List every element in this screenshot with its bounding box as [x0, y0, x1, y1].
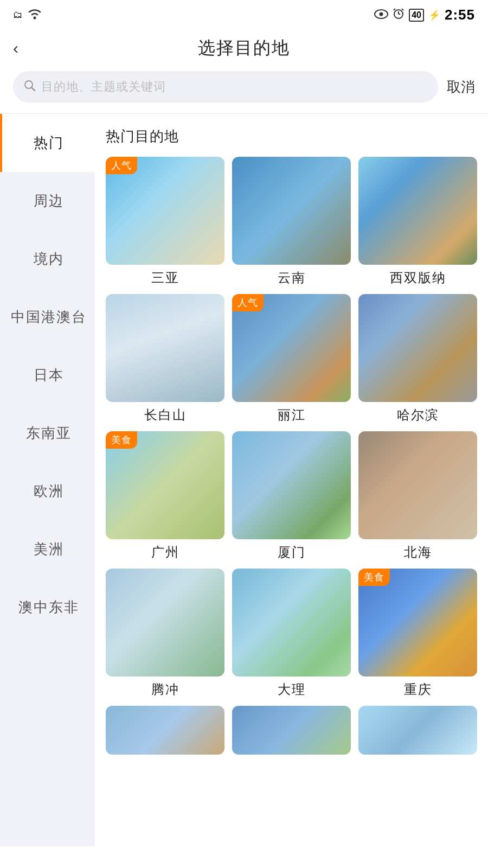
sidebar-label-africa: 澳中东非 [18, 598, 79, 617]
dest-xishuangbanna-img [358, 157, 477, 265]
status-right-icons: 40 ⚡ 2:55 [374, 7, 475, 23]
dest-guangzhou-label: 广州 [151, 544, 179, 561]
search-icon [24, 80, 36, 94]
sidebar-item-america[interactable]: 美洲 [0, 520, 95, 578]
time-display: 2:55 [445, 7, 475, 23]
dest-beihai-img [358, 431, 477, 539]
dest-xishuangbanna-label: 西双版纳 [390, 269, 446, 286]
dest-yunnan-img [232, 157, 351, 265]
dest-sanya-img: 人气 [106, 157, 224, 265]
page-title: 选择目的地 [198, 36, 290, 60]
partial-dest-1[interactable] [106, 706, 224, 755]
sidebar-item-africa[interactable]: 澳中东非 [0, 578, 95, 636]
dest-changbaishan[interactable]: 长白山 [106, 294, 224, 424]
sidebar-item-hot[interactable]: 热门 [0, 114, 95, 172]
dest-lijiang-badge: 人气 [232, 294, 264, 311]
dest-haerbin-label: 哈尔滨 [397, 406, 439, 424]
dest-haerbin-img [358, 294, 477, 402]
sidebar-item-nearby[interactable]: 周边 [0, 172, 95, 230]
sidebar-label-sea: 东南亚 [26, 424, 72, 443]
battery-icon: 40 [409, 9, 424, 22]
alarm-icon [393, 8, 404, 23]
eye-icon [374, 8, 388, 22]
dest-changbaishan-img [106, 294, 224, 402]
dest-chongqing-img: 美食 [358, 569, 477, 676]
dest-yunnan[interactable]: 云南 [232, 157, 351, 286]
dest-sanya-label: 三亚 [151, 269, 179, 286]
dest-guangzhou[interactable]: 美食 广州 [106, 431, 224, 561]
dest-tengchong[interactable]: 腾冲 [106, 569, 224, 698]
search-placeholder: 目的地、主题或关键词 [41, 79, 166, 95]
page-header: ‹ 选择目的地 [0, 28, 488, 71]
sidebar-label-nearby: 周边 [34, 192, 64, 210]
sidebar-label-europe: 欧洲 [34, 482, 64, 501]
section-title: 热门目的地 [106, 127, 477, 146]
dest-lijiang[interactable]: 人气 丽江 [232, 294, 351, 424]
main-layout: 热门 周边 境内 中国港澳台 日本 东南亚 欧洲 美洲 澳中东非 热门目的地 [0, 114, 488, 846]
partial-dest-2[interactable] [232, 706, 351, 755]
status-bar: 🗂 40 ⚡ 2:55 [0, 0, 488, 28]
dest-guangzhou-img: 美食 [106, 431, 224, 539]
dest-dali-label: 大理 [278, 681, 306, 698]
sidebar-label-hot: 热门 [34, 133, 64, 152]
sidebar-label-domestic: 境内 [34, 250, 64, 269]
dest-yunnan-label: 云南 [278, 269, 306, 286]
dest-sanya[interactable]: 人气 三亚 [106, 157, 224, 286]
partial-row [106, 706, 477, 755]
status-left-icons: 🗂 [13, 8, 42, 22]
dest-chongqing-label: 重庆 [404, 681, 432, 698]
destination-grid: 人气 三亚 云南 西双版纳 长白山 人气 丽江 [106, 157, 477, 698]
dest-xiamen-img [232, 431, 351, 539]
dest-lijiang-img: 人气 [232, 294, 351, 402]
dest-lijiang-label: 丽江 [278, 406, 306, 424]
wifi-icon [27, 8, 42, 22]
dest-xiamen[interactable]: 厦门 [232, 431, 351, 561]
search-row: 目的地、主题或关键词 取消 [0, 71, 488, 113]
dest-dali[interactable]: 大理 [232, 569, 351, 698]
search-bar[interactable]: 目的地、主题或关键词 [13, 71, 438, 103]
dest-beihai-label: 北海 [404, 544, 432, 561]
sim-icon: 🗂 [13, 9, 23, 21]
dest-changbaishan-label: 长白山 [144, 406, 187, 424]
svg-line-7 [32, 87, 35, 91]
sidebar-item-domestic[interactable]: 境内 [0, 230, 95, 288]
dest-tengchong-label: 腾冲 [151, 681, 179, 698]
dest-chongqing[interactable]: 美食 重庆 [358, 569, 477, 698]
sidebar: 热门 周边 境内 中国港澳台 日本 东南亚 欧洲 美洲 澳中东非 [0, 114, 95, 846]
content-area: 热门目的地 人气 三亚 云南 西双版纳 长白山 [95, 114, 488, 846]
back-button[interactable]: ‹ [13, 39, 18, 58]
sidebar-item-sea[interactable]: 东南亚 [0, 404, 95, 462]
dest-tengchong-img [106, 569, 224, 676]
dest-chongqing-badge: 美食 [358, 569, 390, 586]
dest-xishuangbanna[interactable]: 西双版纳 [358, 157, 477, 286]
svg-point-0 [34, 17, 36, 20]
partial-dest-3[interactable] [358, 706, 477, 755]
dest-guangzhou-badge: 美食 [106, 431, 137, 449]
sidebar-label-hkmo: 中国港澳台 [11, 308, 87, 327]
dest-sanya-badge: 人气 [106, 157, 137, 174]
sidebar-label-america: 美洲 [34, 540, 64, 559]
svg-point-2 [380, 12, 383, 16]
sidebar-label-japan: 日本 [34, 366, 64, 385]
dest-beihai[interactable]: 北海 [358, 431, 477, 561]
dest-dali-img [232, 569, 351, 676]
cancel-button[interactable]: 取消 [447, 78, 475, 97]
sidebar-item-hkmo[interactable]: 中国港澳台 [0, 288, 95, 346]
dest-xiamen-label: 厦门 [278, 544, 306, 561]
charging-icon: ⚡ [428, 9, 440, 21]
dest-haerbin[interactable]: 哈尔滨 [358, 294, 477, 424]
sidebar-item-japan[interactable]: 日本 [0, 346, 95, 404]
sidebar-item-europe[interactable]: 欧洲 [0, 462, 95, 520]
